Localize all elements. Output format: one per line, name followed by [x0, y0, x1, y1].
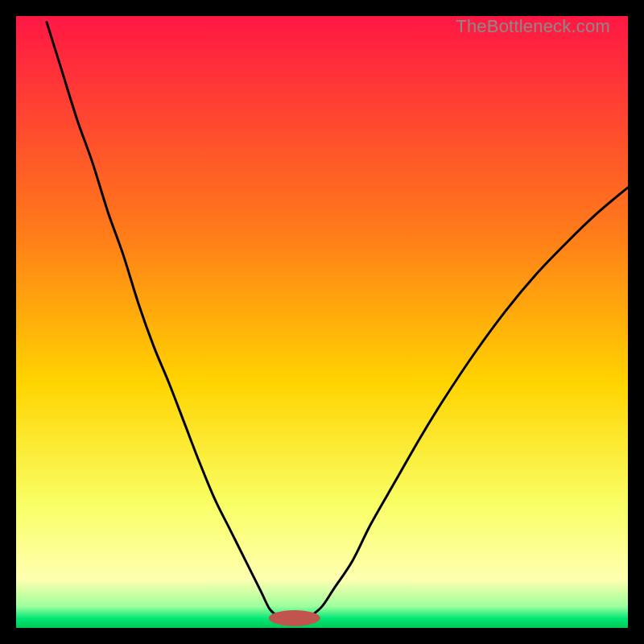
chart-frame: TheBottleneck.com [16, 16, 628, 628]
bottleneck-marker [269, 610, 320, 626]
watermark-text: TheBottleneck.com [456, 16, 610, 37]
bottleneck-chart [16, 16, 628, 628]
gradient-background [16, 16, 628, 628]
